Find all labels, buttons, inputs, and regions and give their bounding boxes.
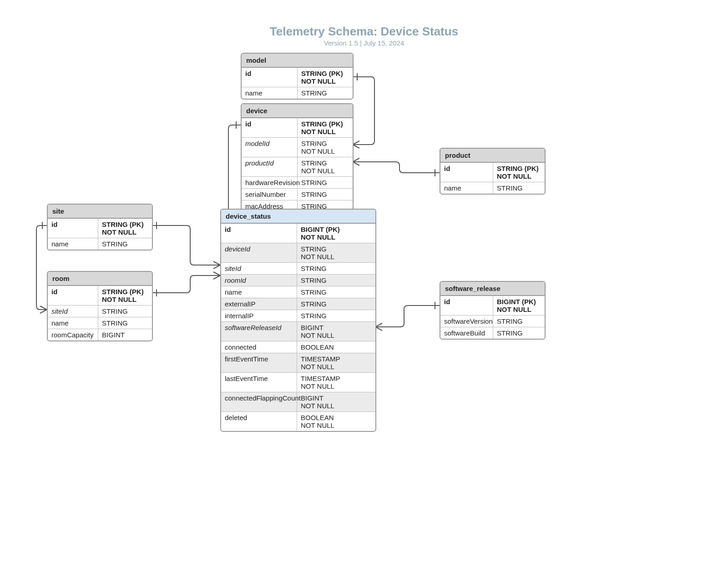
entity-header: room (48, 272, 152, 286)
column-name: lastEventTime (221, 373, 297, 392)
column-name: name (440, 182, 493, 194)
column-name: name (242, 87, 298, 99)
column-name: siteId (48, 306, 98, 317)
column-type: STRING (297, 275, 375, 286)
entity-device-status: device_status idBIGINT (PK) NOT NULLdevi… (220, 209, 376, 432)
column-row: nameSTRING (242, 87, 353, 99)
column-row: siteIdSTRING (48, 305, 152, 317)
column-row: productIdSTRING NOT NULL (242, 157, 353, 176)
column-type: BIGINT NOT NULL (297, 322, 375, 341)
column-type: STRING (PK) NOT NULL (298, 118, 353, 137)
column-row: idSTRING (PK) NOT NULL (48, 219, 152, 238)
column-row: nameSTRING (221, 286, 375, 298)
column-type: BIGINT (PK) NOT NULL (493, 296, 545, 315)
column-type: STRING (298, 189, 353, 200)
column-type: STRING (98, 317, 152, 329)
column-name: id (242, 118, 298, 137)
column-type: STRING NOT NULL (298, 157, 353, 176)
column-type: STRING (98, 306, 152, 317)
column-type: BIGINT (98, 329, 152, 341)
column-type: STRING (297, 286, 375, 298)
column-name: id (221, 224, 297, 243)
column-row: nameSTRING (48, 238, 152, 250)
column-name: roomId (221, 275, 297, 286)
column-row: idSTRING (PK) NOT NULL (242, 118, 353, 137)
column-row: nameSTRING (48, 317, 152, 329)
column-name: serialNumber (242, 189, 298, 200)
column-name: softwareReleaseId (221, 322, 297, 341)
entity-product: product idSTRING (PK) NOT NULLnameSTRING (440, 148, 546, 195)
column-row: internalIPSTRING (221, 310, 375, 321)
entity-header: software_release (440, 282, 545, 296)
column-row: idSTRING (PK) NOT NULL (48, 286, 152, 305)
column-row: deletedBOOLEAN NOT NULL (221, 411, 375, 431)
entity-model: model idSTRING (PK) NOT NULLnameSTRING (241, 53, 354, 100)
column-type: BOOLEAN (297, 341, 375, 353)
column-row: softwareVersionSTRING (440, 315, 545, 327)
column-type: STRING (493, 327, 545, 339)
column-row: modelIdSTRING NOT NULL (242, 137, 353, 157)
column-row: hardwareRevisionSTRING (242, 176, 353, 188)
column-name: id (440, 163, 493, 182)
column-type: STRING (493, 182, 545, 194)
column-type: STRING (297, 263, 375, 274)
column-name: id (440, 296, 493, 315)
column-name: name (48, 317, 98, 329)
column-name: id (48, 219, 98, 238)
column-row: idBIGINT (PK) NOT NULL (221, 224, 375, 243)
diagram-title: Telemetry Schema: Device Status (0, 25, 728, 39)
entity-header: site (48, 205, 152, 219)
column-type: TIMESTAMP NOT NULL (297, 353, 375, 372)
column-name: id (48, 286, 98, 305)
column-name: softwareVersion (440, 316, 493, 327)
column-type: STRING NOT NULL (298, 138, 353, 157)
column-row: lastEventTimeTIMESTAMP NOT NULL (221, 372, 375, 392)
entity-header: product (440, 149, 545, 163)
column-row: siteIdSTRING (221, 262, 375, 274)
column-name: productId (242, 157, 298, 176)
column-row: firstEventTimeTIMESTAMP NOT NULL (221, 353, 375, 372)
column-type: STRING (98, 238, 152, 250)
column-row: roomCapacityBIGINT (48, 329, 152, 341)
column-type: BIGINT (PK) NOT NULL (297, 224, 375, 243)
column-type: BIGINT NOT NULL (297, 392, 375, 411)
entity-header: device_status (221, 210, 375, 224)
column-row: roomIdSTRING (221, 274, 375, 286)
column-name: name (48, 238, 98, 250)
entity-software-release: software_release idBIGINT (PK) NOT NULLs… (440, 281, 546, 340)
entity-room: room idSTRING (PK) NOT NULLsiteIdSTRINGn… (47, 271, 153, 341)
column-type: STRING (297, 310, 375, 321)
column-name: externalIP (221, 298, 297, 310)
column-row: softwareBuildSTRING (440, 327, 545, 339)
column-name: internalIP (221, 310, 297, 321)
entity-header: device (242, 104, 353, 118)
column-row: serialNumberSTRING (242, 188, 353, 200)
column-row: deviceIdSTRING NOT NULL (221, 243, 375, 262)
column-name: connectedFlappingCount (221, 392, 297, 411)
column-row: connectedBOOLEAN (221, 341, 375, 353)
entity-site: site idSTRING (PK) NOT NULLnameSTRING (47, 204, 153, 250)
column-name: firstEventTime (221, 353, 297, 372)
column-row: idBIGINT (PK) NOT NULL (440, 296, 545, 315)
column-name: roomCapacity (48, 329, 98, 341)
column-type: STRING (297, 298, 375, 310)
column-type: STRING (493, 316, 545, 327)
column-type: STRING (PK) NOT NULL (493, 163, 545, 182)
column-row: idSTRING (PK) NOT NULL (440, 163, 545, 182)
column-type: TIMESTAMP NOT NULL (297, 373, 375, 392)
column-name: connected (221, 341, 297, 353)
column-type: STRING (298, 87, 353, 99)
column-row: idSTRING (PK) NOT NULL (242, 68, 353, 87)
column-name: name (221, 286, 297, 298)
column-type: STRING (PK) NOT NULL (98, 286, 152, 305)
column-type: STRING (PK) NOT NULL (98, 219, 152, 238)
column-name: siteId (221, 263, 297, 274)
column-row: softwareReleaseIdBIGINT NOT NULL (221, 321, 375, 341)
column-type: BOOLEAN NOT NULL (297, 412, 375, 431)
column-type: STRING NOT NULL (297, 243, 375, 262)
column-type: STRING (PK) NOT NULL (298, 68, 353, 87)
column-name: modelId (242, 138, 298, 157)
column-name: hardwareRevision (242, 177, 298, 188)
column-row: externalIPSTRING (221, 298, 375, 310)
column-name: id (242, 68, 298, 87)
